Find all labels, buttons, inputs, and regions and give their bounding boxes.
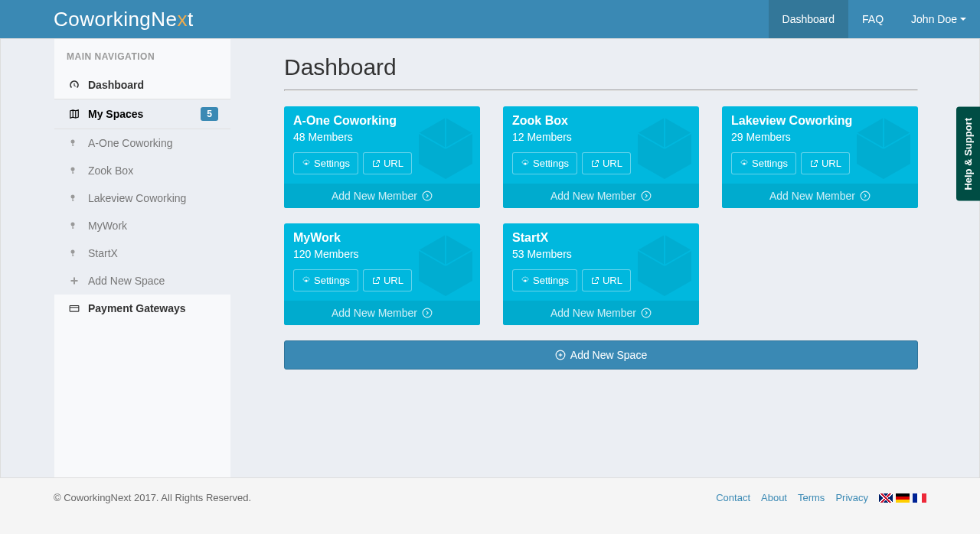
sidebar-item-label: MyWork — [88, 220, 127, 232]
credit-card-icon — [67, 303, 82, 314]
footer-contact[interactable]: Contact — [716, 492, 750, 503]
arrow-circle-right-icon — [641, 190, 652, 201]
button-label: Settings — [314, 158, 350, 169]
key-icon — [67, 221, 82, 230]
help-label: Help & Support — [962, 118, 974, 190]
copyright: © CoworkingNext 2017. All Rights Reserve… — [54, 492, 251, 503]
nav-user-menu[interactable]: John Doe — [897, 0, 980, 38]
key-icon — [67, 249, 82, 258]
space-card: Zook Box 12 Members Settings URL Add New… — [503, 106, 699, 208]
card-members: 48 Members — [293, 131, 471, 143]
key-icon — [67, 138, 82, 148]
sidebar-item-my-spaces[interactable]: My Spaces 5 — [54, 99, 230, 129]
settings-button[interactable]: Settings — [512, 269, 577, 291]
settings-button[interactable]: Settings — [293, 269, 358, 291]
sidebar-item-label: Zook Box — [88, 164, 133, 177]
sidebar-item-space[interactable]: MyWork — [54, 212, 230, 239]
nav-dashboard[interactable]: Dashboard — [769, 0, 849, 38]
cards-grid: A-One Coworking 48 Members Settings URL … — [284, 106, 918, 325]
sidebar-item-label: Payment Gateways — [88, 302, 186, 314]
map-icon — [67, 109, 82, 119]
sidebar-item-label: Add New Space — [88, 275, 165, 287]
card-members: 53 Members — [512, 248, 690, 260]
sidebar-item-label: StartX — [88, 247, 118, 259]
external-link-icon — [371, 159, 381, 168]
sidebar-item-label: Lakeview Coworking — [88, 192, 186, 204]
space-card: Lakeview Coworking 29 Members Settings U… — [722, 106, 918, 208]
nav-faq[interactable]: FAQ — [848, 0, 897, 38]
footer-links: Contact About Terms Privacy — [716, 492, 926, 503]
add-member-button[interactable]: Add New Member — [284, 184, 480, 208]
arrow-circle-right-icon — [422, 308, 433, 318]
gears-icon — [302, 159, 311, 168]
logo-text-pre: CoworkingNe — [54, 8, 178, 31]
sidebar-item-space[interactable]: Lakeview Coworking — [54, 184, 230, 212]
language-flags — [879, 493, 926, 503]
svg-point-20 — [423, 191, 432, 200]
url-button[interactable]: URL — [363, 152, 412, 174]
url-button[interactable]: URL — [363, 269, 412, 291]
sidebar-item-add-space[interactable]: Add New Space — [54, 267, 230, 295]
arrow-circle-right-icon — [641, 308, 652, 318]
button-label: Settings — [314, 275, 350, 286]
sidebar: MAIN NAVIGATION Dashboard My Spaces 5 A-… — [54, 39, 230, 477]
card-title: Zook Box — [512, 114, 690, 128]
sidebar-item-space[interactable]: StartX — [54, 239, 230, 267]
button-label: Add New Member — [332, 307, 417, 319]
settings-button[interactable]: Settings — [512, 152, 577, 174]
help-support-tab[interactable]: Help & Support — [956, 107, 980, 201]
svg-rect-2 — [73, 145, 74, 146]
logo-text-post: t — [188, 8, 194, 31]
button-label: Settings — [533, 158, 569, 169]
svg-rect-8 — [73, 200, 74, 201]
svg-rect-16 — [71, 280, 78, 282]
gears-icon — [521, 276, 530, 285]
arrow-circle-right-icon — [422, 190, 433, 201]
footer-terms[interactable]: Terms — [798, 492, 825, 503]
sidebar-item-space[interactable]: A-One Coworking — [54, 129, 230, 157]
button-label: URL — [384, 275, 403, 286]
logo[interactable]: CoworkingNext — [54, 8, 194, 31]
external-link-icon — [590, 276, 599, 285]
svg-point-28 — [642, 308, 651, 317]
add-space-button[interactable]: Add New Space — [284, 340, 918, 370]
svg-point-26 — [423, 308, 432, 317]
url-button[interactable]: URL — [582, 152, 631, 174]
footer: © CoworkingNext 2017. All Rights Reserve… — [0, 478, 980, 517]
add-member-button[interactable]: Add New Member — [284, 301, 480, 325]
url-button[interactable]: URL — [801, 152, 850, 174]
button-label: URL — [384, 158, 403, 169]
url-button[interactable]: URL — [582, 269, 631, 291]
button-label: URL — [603, 275, 622, 286]
add-member-button[interactable]: Add New Member — [503, 184, 699, 208]
flag-uk-icon[interactable] — [879, 493, 893, 503]
flag-fr-icon[interactable] — [913, 493, 926, 503]
settings-button[interactable]: Settings — [731, 152, 796, 174]
nav-user-label: John Doe — [911, 13, 957, 25]
button-label: Add New Member — [769, 190, 855, 202]
sidebar-item-dashboard[interactable]: Dashboard — [54, 71, 230, 99]
nav-links: Dashboard FAQ John Doe — [769, 0, 980, 38]
space-card: A-One Coworking 48 Members Settings URL … — [284, 106, 480, 208]
card-title: Lakeview Coworking — [731, 114, 909, 128]
gears-icon — [302, 276, 311, 285]
sidebar-item-space[interactable]: Zook Box — [54, 157, 230, 184]
footer-privacy[interactable]: Privacy — [835, 492, 868, 503]
add-member-button[interactable]: Add New Member — [722, 184, 918, 208]
spaces-count-badge: 5 — [201, 107, 218, 121]
svg-point-22 — [642, 191, 651, 200]
button-label: Settings — [752, 158, 788, 169]
flag-de-icon[interactable] — [896, 493, 910, 503]
card-title: StartX — [512, 231, 690, 245]
sidebar-item-payment-gateways[interactable]: Payment Gateways — [54, 295, 230, 322]
space-card: StartX 53 Members Settings URL Add New M… — [503, 223, 699, 325]
add-member-button[interactable]: Add New Member — [503, 301, 699, 325]
sidebar-item-label: A-One Coworking — [88, 137, 173, 149]
footer-about[interactable]: About — [761, 492, 787, 503]
content: MAIN NAVIGATION Dashboard My Spaces 5 A-… — [0, 38, 980, 478]
settings-button[interactable]: Settings — [293, 152, 358, 174]
button-label: Add New Member — [332, 190, 417, 202]
space-card: MyWork 120 Members Settings URL Add New … — [284, 223, 480, 325]
key-icon — [67, 166, 82, 175]
nav-dashboard-label: Dashboard — [782, 13, 835, 25]
